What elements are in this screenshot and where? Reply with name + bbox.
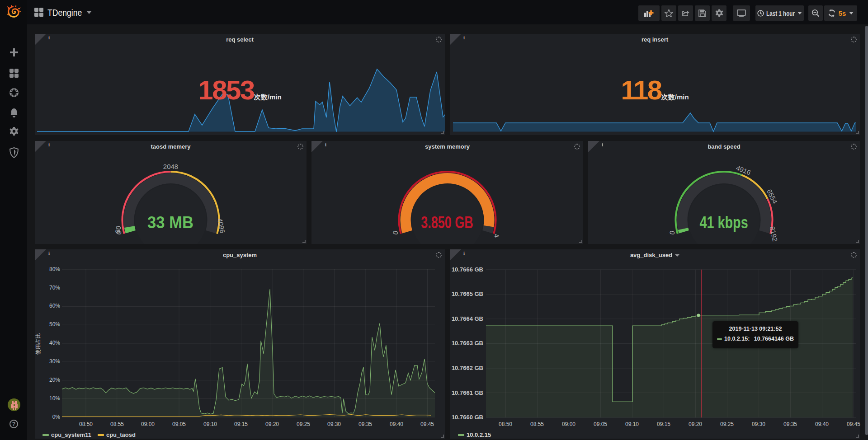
svg-text:2048: 2048 [163, 163, 178, 170]
svg-text:4: 4 [492, 233, 500, 239]
svg-text:4916: 4916 [735, 164, 752, 177]
